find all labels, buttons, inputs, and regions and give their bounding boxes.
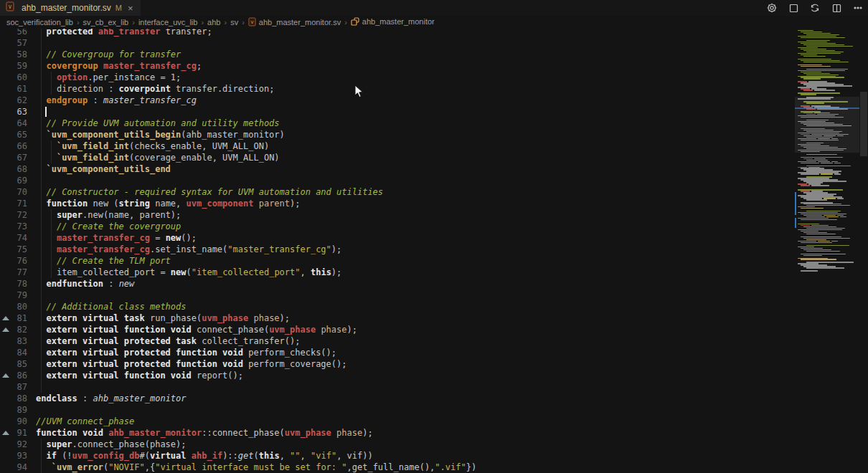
code-line[interactable]: 74 master_transfer_cg = new();: [0, 232, 795, 244]
close-icon[interactable]: ×: [128, 4, 133, 13]
sync-icon[interactable]: [809, 2, 821, 14]
code-line[interactable]: 73 // Create the covergroup: [0, 221, 795, 232]
gutter[interactable]: 57: [0, 37, 36, 49]
gutter[interactable]: 94: [0, 462, 36, 473]
code-line[interactable]: 87: [0, 381, 795, 393]
code-line[interactable]: 62 endgroup : master_transfer_cg: [0, 95, 795, 106]
code-line[interactable]: 61 direction : coverpoint transfer.direc…: [0, 83, 795, 95]
code-line[interactable]: 80 // Additional class methods: [0, 301, 795, 312]
gutter[interactable]: 76: [0, 255, 36, 267]
code-line[interactable]: 71 function new (string name, uvm_compon…: [0, 198, 795, 209]
gutter[interactable]: 73: [0, 221, 36, 232]
code-line[interactable]: 56 protected ahb_transfer transfer;: [0, 29, 795, 37]
settings-gear-icon[interactable]: [766, 2, 778, 14]
code-line[interactable]: 82 extern virtual function void connect_…: [0, 324, 795, 335]
gutter[interactable]: 93: [0, 450, 36, 462]
gutter[interactable]: 62: [0, 95, 36, 106]
code-line[interactable]: 90//UVM connect_phase: [0, 416, 795, 427]
gutter[interactable]: 87: [0, 381, 36, 393]
gutter[interactable]: 79: [0, 290, 36, 301]
tab-ahb-master-monitor[interactable]: v ahb_master_monitor.sv M ×: [0, 0, 141, 16]
gutter[interactable]: 86: [0, 370, 36, 381]
gutter[interactable]: 56: [0, 29, 36, 37]
code-line[interactable]: 94 `uvm_error("NOVIF",{"virtual interfac…: [0, 462, 795, 473]
breadcrumb-item[interactable]: soc_verification_lib: [6, 18, 73, 27]
gutter[interactable]: 82: [0, 324, 36, 335]
extern-marker-triangle-icon[interactable]: [2, 431, 9, 435]
scrollbar-thumb[interactable]: [860, 92, 867, 156]
gutter[interactable]: 67: [0, 152, 36, 163]
gutter[interactable]: 70: [0, 186, 36, 198]
code-line[interactable]: 91function void ahb_master_monitor::conn…: [0, 427, 795, 439]
vertical-scrollbar[interactable]: [859, 29, 868, 473]
code-line[interactable]: 58 // Covergroup for transfer: [0, 49, 795, 60]
gutter[interactable]: 72: [0, 209, 36, 221]
layout-square-icon[interactable]: [788, 2, 799, 14]
code-line[interactable]: 72 super.new(name, parent);: [0, 209, 795, 221]
minimap[interactable]: [795, 29, 859, 473]
gutter[interactable]: 58: [0, 49, 36, 60]
extern-marker-triangle-icon[interactable]: [2, 373, 9, 378]
breadcrumb-item[interactable]: ahb_master_monitor: [351, 17, 435, 27]
gutter[interactable]: 92: [0, 439, 36, 450]
code-line[interactable]: 63: [0, 106, 795, 118]
gutter[interactable]: 59: [0, 60, 36, 72]
code-line[interactable]: 76 // Create the TLM port: [0, 255, 795, 267]
gutter[interactable]: 85: [0, 358, 36, 370]
code-line[interactable]: 75 master_transfer_cg.set_inst_name("mas…: [0, 244, 795, 255]
code-line[interactable]: 77 item_collected_port = new("item_colle…: [0, 267, 795, 278]
code-line[interactable]: 57: [0, 37, 795, 49]
code-line[interactable]: 65 `uvm_component_utils_begin(ahb_master…: [0, 129, 795, 140]
gutter[interactable]: 80: [0, 301, 36, 312]
code-line[interactable]: 81 extern virtual task run_phase(uvm_pha…: [0, 312, 795, 324]
code-line[interactable]: 92 super.connect_phase(phase);: [0, 439, 795, 450]
gutter[interactable]: 60: [0, 72, 36, 83]
gutter[interactable]: 91: [0, 427, 36, 439]
extern-marker-triangle-icon[interactable]: [2, 316, 9, 320]
code-line[interactable]: 67 `uvm_field_int(coverage_enable, UVM_A…: [0, 152, 795, 163]
gutter[interactable]: 74: [0, 232, 36, 244]
code-line[interactable]: 84 extern virtual protected function voi…: [0, 347, 795, 358]
gutter[interactable]: 84: [0, 347, 36, 358]
code-line[interactable]: 64 // Provide UVM automation and utility…: [0, 118, 795, 129]
split-editor-icon[interactable]: [831, 2, 842, 14]
gutter[interactable]: 89: [0, 404, 36, 416]
code-line[interactable]: 78 endfunction : new: [0, 278, 795, 290]
gutter[interactable]: 69: [0, 175, 36, 186]
minimap-slider[interactable]: [795, 97, 859, 153]
code-line[interactable]: 88endclass : ahb_master_monitor: [0, 393, 795, 404]
code-line[interactable]: 93 if (!uvm_config_db#(virtual ahb_if)::…: [0, 450, 795, 462]
code-line[interactable]: 85 extern virtual protected function voi…: [0, 358, 795, 370]
code-line[interactable]: 66 `uvm_field_int(checks_enable, UVM_ALL…: [0, 140, 795, 152]
code-line[interactable]: 83 extern virtual protected task collect…: [0, 335, 795, 347]
breadcrumb-item[interactable]: sv: [230, 18, 238, 27]
code-line[interactable]: 59 covergroup master_transfer_cg;: [0, 60, 795, 72]
code-line[interactable]: 68 `uvm_component_utils_end: [0, 163, 795, 175]
breadcrumb-item[interactable]: interface_uvc_lib: [138, 18, 198, 27]
breadcrumb-item[interactable]: vahb_master_monitor.sv: [248, 17, 341, 28]
gutter[interactable]: 68: [0, 163, 36, 175]
extern-marker-triangle-icon[interactable]: [2, 328, 9, 332]
gutter[interactable]: 75: [0, 244, 36, 255]
gutter[interactable]: 77: [0, 267, 36, 278]
code-line[interactable]: 60 option.per_instance = 1;: [0, 72, 795, 83]
gutter[interactable]: 65: [0, 129, 36, 140]
gutter[interactable]: 61: [0, 83, 36, 95]
breadcrumb-item[interactable]: ahb: [207, 18, 220, 27]
code-line[interactable]: 70 // Constructor - required syntax for …: [0, 186, 795, 198]
code-line[interactable]: 86 extern virtual function void report()…: [0, 370, 795, 381]
code-editor[interactable]: 56 protected ahb_transfer transfer;5758 …: [0, 29, 795, 473]
code-line[interactable]: 79: [0, 290, 795, 301]
code-line[interactable]: 69: [0, 175, 795, 186]
breadcrumb-item[interactable]: sv_cb_ex_lib: [83, 18, 129, 27]
gutter[interactable]: 88: [0, 393, 36, 404]
more-actions-icon[interactable]: [852, 2, 864, 14]
gutter[interactable]: 90: [0, 416, 36, 427]
gutter[interactable]: 63: [0, 106, 36, 118]
gutter[interactable]: 71: [0, 198, 36, 209]
gutter[interactable]: 83: [0, 335, 36, 347]
code-line[interactable]: 89: [0, 404, 795, 416]
gutter[interactable]: 66: [0, 140, 36, 152]
gutter[interactable]: 78: [0, 278, 36, 290]
gutter[interactable]: 81: [0, 312, 36, 324]
